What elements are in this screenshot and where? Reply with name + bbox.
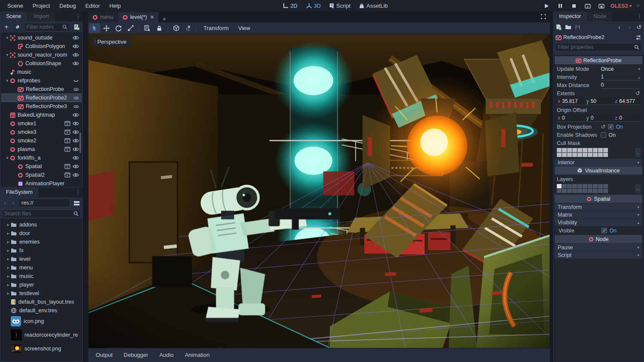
visibility-eye-icon[interactable] [73,35,79,40]
mask-bit[interactable] [603,184,608,188]
tree-row[interactable]: CollisionShape [1,59,82,68]
subsection-interior[interactable]: Interior ▾ [555,159,642,166]
tree-row[interactable]: ReflectionProbe3 [1,102,82,111]
split-mode-icon[interactable] [72,198,81,208]
mask-bit[interactable] [557,148,562,152]
forward-icon[interactable]: › [10,200,17,206]
tree-row[interactable]: smoke2 [1,136,82,145]
new-resource-icon[interactable] [556,24,562,30]
open-scene-icon[interactable] [64,138,70,143]
mask-bit[interactable] [562,189,567,193]
tree-row[interactable]: music [1,68,82,76]
mask-bit[interactable] [598,184,603,188]
collapse-arrow-icon[interactable]: ▾ [5,156,10,160]
visibility-eye-icon[interactable] [73,172,79,178]
menu-scene[interactable]: Scene [3,0,28,12]
new-scene-tab-button[interactable]: + [159,15,170,22]
tree-row[interactable]: ReflectionProbe2 [1,94,82,102]
collapse-arrow-icon[interactable]: ▾ [5,36,10,40]
history-forward-icon[interactable]: › [626,24,633,30]
visibility-eye-icon[interactable] [73,164,79,169]
scene-tab-menu[interactable]: menu [88,12,118,22]
mask-bit[interactable] [577,148,582,152]
load-resource-icon[interactable] [565,24,571,30]
tree-row[interactable]: plasma [1,145,82,154]
tree-row[interactable]: ▾sound_outside [1,33,82,42]
mask-more-button[interactable]: .. [635,148,641,157]
mask-bit[interactable] [577,184,582,188]
skeleton-options-icon[interactable] [182,23,194,33]
mask-bit[interactable] [593,189,598,193]
open-scene-icon[interactable] [64,130,70,135]
visibility-eye-icon[interactable] [73,96,79,100]
path-input[interactable]: res:// [18,199,70,207]
object-tools-icon[interactable] [635,35,641,40]
expand-arrow-icon[interactable]: ▸ [6,291,11,296]
cull-mask-grid[interactable]: .. [554,147,643,158]
mask-bit[interactable] [598,189,603,193]
lock-icon[interactable] [154,23,165,33]
revert-icon[interactable]: ↺ [635,90,640,97]
expand-arrow-icon[interactable]: ▸ [6,231,11,235]
mask-bit[interactable] [583,189,587,193]
list-select-tool-icon[interactable] [142,23,153,33]
menu-editor[interactable]: Editor [81,0,105,12]
mask-bit[interactable] [588,189,592,193]
pause-button[interactable] [556,2,565,10]
fullscreen-icon[interactable] [540,13,547,20]
expand-arrow-icon[interactable]: ▸ [6,283,11,287]
mask-bit[interactable] [588,148,592,152]
mask-bit[interactable] [588,153,592,157]
visibility-eye-icon[interactable] [73,61,79,66]
mask-bit[interactable] [572,148,577,152]
tab-scene[interactable]: Scene [0,12,27,21]
subsection-script[interactable]: Script▾ [555,251,642,259]
object-history-icon[interactable]: ↺ [636,24,641,30]
expand-arrow-icon[interactable]: ▸ [6,274,11,278]
group-icon[interactable] [170,23,182,33]
mask-bit[interactable] [583,148,587,152]
section-visualinstance[interactable]: VisualInstance [555,166,642,175]
prop-max-distance[interactable]: Max Distance 0 [554,81,643,89]
origin-offset-vector[interactable]: x0 y0 z0 [554,114,643,123]
search-files-input[interactable]: Search files [2,209,81,218]
mask-more-button[interactable]: .. [635,184,641,193]
filesystem-item[interactable]: reactorcorecylinder_re [1,328,82,342]
enable-shadows-checkbox[interactable] [601,132,606,138]
expand-arrow-icon[interactable]: ▸ [6,248,11,253]
subsection-visibility[interactable]: Visibility▴ [555,219,642,226]
attach-script-button[interactable] [72,22,81,32]
filesystem-item[interactable]: ▸level [1,255,82,263]
filesystem-menu-icon[interactable]: ⋮ [75,189,81,195]
filesystem-item[interactable]: icon.png [1,315,82,328]
filesystem-item[interactable]: ▸testlevel [1,289,82,298]
filesystem-item[interactable]: ▸fx [1,246,82,255]
rotate-tool-icon[interactable] [113,23,124,33]
open-scene-icon[interactable] [64,121,70,126]
transform-menu[interactable]: Transform [199,25,233,31]
mask-bit[interactable] [593,184,598,188]
mask-bit[interactable] [603,148,608,152]
filesystem-item[interactable]: default_bus_layout.tres [1,298,82,306]
mask-bit[interactable] [567,153,572,157]
visibility-eye-icon[interactable] [73,138,79,143]
visibility-eye-icon[interactable] [73,121,79,126]
expand-arrow-icon[interactable]: ▸ [6,265,11,270]
workspace-script[interactable]: Script [326,0,354,12]
prop-box-projection[interactable]: Box Projection ↺✓On [554,123,643,131]
scale-tool-icon[interactable] [125,23,136,33]
perspective-menu[interactable]: ⁞ Perspective [91,37,131,46]
expand-arrow-icon[interactable]: ▸ [6,240,11,244]
mask-bit[interactable] [567,184,572,188]
tree-row[interactable]: Spatial [1,162,82,171]
view-menu[interactable]: View [234,25,255,31]
tree-row[interactable]: CollisionPolygon [1,42,82,51]
bottom-panel-audio[interactable]: Audio [154,350,179,360]
tree-row[interactable]: AnimationPlayer [1,179,82,187]
visible-checkbox[interactable]: ✓ [601,228,607,233]
visibility-eye-icon[interactable] [73,147,79,152]
3d-viewport[interactable]: ⁞ Perspective [88,34,550,348]
mask-bit[interactable] [577,153,582,157]
prop-update-mode[interactable]: Update Mode Once▾ [554,65,643,73]
section-spatial[interactable]: Spatial [555,195,642,203]
